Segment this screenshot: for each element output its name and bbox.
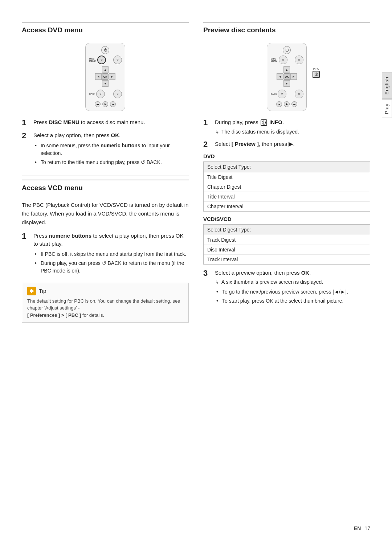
- info-inline-icon: ⓘ: [261, 119, 267, 126]
- vcd-label: VCD/SVCD: [203, 216, 370, 222]
- vcd-bullets: If PBC is off, it skips the menu and sta…: [35, 250, 189, 275]
- preview-step-3: 3 Select a preview option, then press OK…: [203, 269, 370, 307]
- tip-text-main: The default setting for PBC is on. You c…: [27, 298, 180, 311]
- section-divider-1: [22, 176, 189, 176]
- dpad-empty-tl: [95, 66, 102, 73]
- dvd-item-2: Chapter Digest: [204, 182, 370, 192]
- numeric-bold-vcd: numeric buttons: [49, 233, 92, 239]
- info-btn-area: INFO ⓘ: [313, 67, 320, 78]
- step-number-2: 2: [22, 131, 30, 140]
- p-up: ▲: [283, 66, 290, 73]
- p-right: ►: [290, 73, 297, 80]
- preview-step-content-1: During play, press ⓘ INFO. ↳ The disc st…: [215, 118, 370, 136]
- tip-content: The default setting for PBC is on. You c…: [27, 298, 183, 319]
- main-content: Access DVD menu ⏻ DISCMENU ⊙ ⊙: [22, 22, 370, 515]
- preview-step-2: 2 Select [ Preview ], then press ▶.: [203, 140, 370, 149]
- top-right-p: ⊙: [295, 56, 303, 64]
- dpad: ▲ ◄ OK ► ▼: [95, 66, 115, 87]
- prev-btn: ⏮: [95, 101, 101, 107]
- p-ok: OK: [283, 73, 290, 80]
- back-btn-p: ↺: [278, 90, 286, 98]
- step1-sub: ↳ The disc status menu is displayed.: [215, 128, 370, 136]
- step-content-2: Select a play option, then press OK. In …: [33, 131, 189, 168]
- preview-bracket-text: [ Preview ]: [232, 141, 259, 147]
- play-arrow-icon: ▶: [289, 141, 293, 147]
- dpad-row-p: ▲ ◄ OK ► ▼: [277, 66, 297, 87]
- play-pause-btn: ▶: [102, 101, 108, 107]
- p-tl: [277, 66, 283, 73]
- dvd-step-2: 2 Select a play option, then press OK. I…: [22, 131, 189, 168]
- vcd-item-1: Track Digest: [204, 235, 370, 245]
- prev-p: ⏮: [276, 101, 282, 107]
- bottom-right-p: ⊙: [295, 90, 303, 98]
- dvd-label: DVD: [203, 153, 370, 159]
- dvd-item-4: Chapter Interval: [204, 202, 370, 211]
- disc-btn-p: ⊙: [279, 56, 287, 64]
- right-column: Preview disc contents ⏻ DISCMENU ⊙ ⊙: [203, 22, 370, 515]
- p-br: [290, 80, 297, 87]
- transport-btns: ⏮ ▶ ⏭: [95, 101, 116, 107]
- tip-label: Tip: [39, 288, 46, 294]
- next-p: ⏭: [291, 101, 297, 107]
- dpad-right: ►: [109, 73, 115, 80]
- p-left: ◄: [277, 73, 283, 80]
- vcd-item-3: Track Interval: [204, 255, 370, 264]
- next-btn: ⏭: [110, 101, 116, 107]
- play-tab: Play: [382, 99, 392, 118]
- step-number-1: 1: [22, 118, 30, 127]
- dpad-empty-bl: [95, 80, 102, 87]
- vcd-digest-header: Select Digest Type:: [204, 225, 370, 235]
- power-btn-preview: ⏻: [283, 46, 291, 54]
- bullet-back: To return to the title menu during play,…: [35, 159, 189, 166]
- dpad-empty-br: [109, 80, 115, 87]
- preview-remote-illustration: ⏻ DISCMENU ⊙ ⊙ ▲: [203, 43, 370, 111]
- disc-menu-label-text: DISCMENU: [89, 58, 96, 62]
- access-vcd-section: Access VCD menu The PBC (Playback Contro…: [22, 180, 189, 323]
- dvd-digest-table: Select Digest Type: Title Digest Chapter…: [203, 161, 370, 212]
- power-btn: ⏻: [101, 46, 109, 54]
- remote-with-info: ⏻ DISCMENU ⊙ ⊙ ▲: [267, 43, 307, 111]
- dvd-item-1: Title Digest: [204, 172, 370, 182]
- transport-p: ⏮ ▶ ⏭: [276, 101, 297, 107]
- ok-bold-preview: OK: [301, 270, 310, 276]
- dpad-p: ▲ ◄ OK ► ▼: [277, 66, 297, 87]
- step3-sub-text: A six thumbnails preview screen is displ…: [221, 278, 323, 286]
- vcd-digest-table: Select Digest Type: Track Digest Disc In…: [203, 224, 370, 265]
- access-dvd-section: Access DVD menu ⏻ DISCMENU ⊙ ⊙: [22, 22, 189, 168]
- side-tabs: English Play: [382, 73, 392, 118]
- top-right-btn: ⊙: [113, 56, 122, 64]
- step-content-1: Press DISC MENU to access disc main menu…: [33, 118, 189, 127]
- dvd-item-3: Title Interval: [204, 192, 370, 202]
- page-container: English Play Access DVD menu ⏻ DISCMENU …: [0, 0, 392, 553]
- dpad-down: ▼: [102, 80, 109, 87]
- tip-star-icon: ✱: [27, 287, 36, 295]
- vcd-item-2: Disc Interval: [204, 245, 370, 255]
- tip-text-end: for details.: [81, 312, 104, 318]
- footer-page: 17: [364, 525, 370, 531]
- remote-control-preview: ⏻ DISCMENU ⊙ ⊙ ▲: [267, 43, 307, 111]
- vcd-description: The PBC (Playback Control) for VCD/SVCD …: [22, 201, 189, 227]
- p-down: ▼: [283, 80, 290, 87]
- ok-bold-dvd: OK: [111, 132, 119, 138]
- preview-step-num-1: 1: [203, 118, 211, 127]
- vcd-step-number-1: 1: [22, 232, 30, 241]
- remote-control-dvd: ⏻ DISCMENU ⊙ ⊙ ▲: [85, 43, 125, 111]
- step3-bullets: To go to the next/previous preview scree…: [216, 288, 370, 305]
- disc-menu-bold: DISC MENU: [49, 119, 79, 125]
- back-label-p: BACK: [271, 93, 277, 95]
- back-label-text: BACK: [89, 93, 95, 95]
- page-footer: EN 17: [22, 515, 370, 531]
- preview-step-content-3: Select a preview option, then press OK. …: [215, 269, 370, 307]
- bullet-numeric: In some menus, press the numeric buttons…: [35, 142, 189, 157]
- preview-step-num-2: 2: [203, 140, 211, 149]
- left-column: Access DVD menu ⏻ DISCMENU ⊙ ⊙: [22, 22, 189, 515]
- preview-disc-section: Preview disc contents ⏻ DISCMENU ⊙ ⊙: [203, 22, 370, 306]
- dpad-empty-tr: [109, 66, 115, 73]
- preview-step-1: 1 During play, press ⓘ INFO. ↳ The disc …: [203, 118, 370, 136]
- footer-en: EN: [354, 525, 361, 531]
- dvd-step2-bullets: In some menus, press the numeric buttons…: [35, 142, 189, 166]
- bottom-right-btn: ⊙: [113, 90, 122, 98]
- info-button: ⓘ: [313, 71, 320, 78]
- info-label: INFO: [313, 67, 319, 70]
- back-btn: ↺: [96, 90, 105, 98]
